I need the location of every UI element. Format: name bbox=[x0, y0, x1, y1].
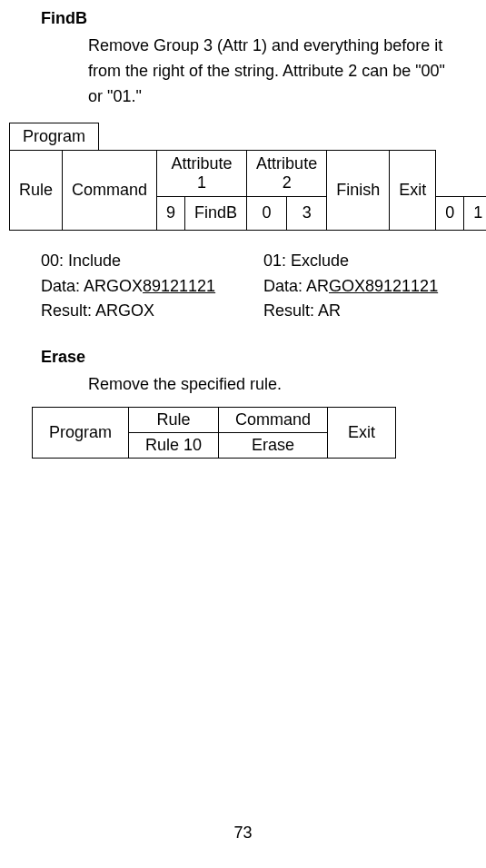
program-tab-label: Program bbox=[9, 123, 99, 150]
findb-description: Remove Group 3 (Attr 1) and everything b… bbox=[88, 34, 459, 110]
example-data: Data: ARGOX89121121 bbox=[41, 274, 263, 300]
example-result: Result: AR bbox=[263, 299, 486, 324]
col-command-header: Command bbox=[63, 150, 157, 230]
cell-a2a: 0 bbox=[436, 196, 464, 230]
cell-a1a: 0 bbox=[247, 196, 287, 230]
cell-rule-value: Rule 10 bbox=[129, 433, 219, 459]
findb-heading: FindB bbox=[41, 9, 459, 28]
cell-a2b: 1 bbox=[464, 196, 486, 230]
example-data-plain: Data: ARGOX bbox=[41, 277, 143, 295]
example-include: 00: Include Data: ARGOX89121121 Result: … bbox=[41, 249, 263, 325]
example-data: Data: ARGOX89121121 bbox=[263, 274, 486, 300]
example-title: 00: Include bbox=[41, 249, 263, 274]
example-exclude: 01: Exclude Data: ARGOX89121121 Result: … bbox=[263, 249, 486, 325]
col-attr2-header: Attribute 2 bbox=[247, 150, 327, 196]
cell-rule: 9 bbox=[157, 196, 185, 230]
erase-description: Remove the specified rule. bbox=[88, 372, 459, 398]
col-attr1-header: Attribute 1 bbox=[157, 150, 247, 196]
cell-rule-header: Rule bbox=[129, 408, 219, 433]
findb-rule-table: Rule Command Attribute 1 Attribute 2 Fin… bbox=[9, 150, 486, 231]
table-row: Rule Command Attribute 1 Attribute 2 Fin… bbox=[10, 150, 487, 196]
erase-rule-table: Program Rule Command Exit Rule 10 Erase bbox=[32, 407, 396, 459]
page-number: 73 bbox=[0, 824, 486, 843]
cell-exit: Exit bbox=[328, 408, 396, 459]
cell-command-header: Command bbox=[219, 408, 328, 433]
example-result: Result: ARGOX bbox=[41, 299, 263, 324]
col-rule-header: Rule bbox=[10, 150, 63, 230]
cell-program: Program bbox=[33, 408, 129, 459]
cell-a1b: 3 bbox=[287, 196, 327, 230]
cell-command-value: Erase bbox=[219, 433, 328, 459]
erase-heading: Erase bbox=[41, 348, 459, 367]
example-title: 01: Exclude bbox=[263, 249, 486, 274]
cell-command: FindB bbox=[185, 196, 247, 230]
col-exit-header: Exit bbox=[390, 150, 436, 230]
example-data-plain: Data: AR bbox=[263, 277, 329, 295]
col-finish-header: Finish bbox=[327, 150, 390, 230]
example-data-underlined: GOX89121121 bbox=[329, 277, 438, 295]
table-row: Program Rule Command Exit bbox=[33, 408, 396, 433]
example-data-underlined: 89121121 bbox=[143, 277, 215, 295]
findb-examples: 00: Include Data: ARGOX89121121 Result: … bbox=[41, 249, 459, 325]
